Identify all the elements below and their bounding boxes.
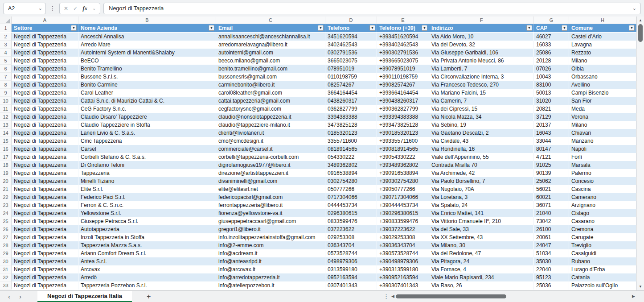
- cell[interactable]: Negozi di Tappezzeria: [12, 89, 78, 97]
- cell[interactable]: Negozi di Tappezzeria: [12, 33, 78, 41]
- cell[interactable]: Via dei Cipressi, 15: [429, 105, 534, 113]
- row-header[interactable]: 3: [0, 41, 12, 49]
- cell[interactable]: Viale dell’Appennino, 55: [429, 153, 534, 161]
- row-header[interactable]: 2: [0, 33, 12, 41]
- cell[interactable]: Arredo Mare: [78, 41, 216, 49]
- row-header[interactable]: 4: [0, 49, 12, 57]
- cell[interactable]: Negozi di Tappezzeria: [12, 57, 78, 65]
- cell[interactable]: info@atelierpozzebon.it: [216, 281, 325, 290]
- cell[interactable]: 16033: [534, 41, 569, 49]
- filter-dropdown-icon[interactable]: ▼: [526, 25, 532, 31]
- cell[interactable]: Negozi di Tappezzeria: [12, 129, 78, 137]
- cell[interactable]: Casalguidi: [569, 249, 636, 257]
- cell[interactable]: Negozi di Tappezzeria: [12, 193, 78, 201]
- row-header[interactable]: 5: [0, 57, 12, 65]
- vertical-scrollbar-thumb[interactable]: [638, 24, 643, 42]
- cell[interactable]: Negozi di Tappezzeria: [12, 225, 78, 233]
- row-header[interactable]: 28: [0, 241, 12, 249]
- sheet-tab-active[interactable]: Negozi di Tappezzeria Italia: [37, 291, 132, 302]
- cell[interactable]: 0307401343: [325, 281, 377, 290]
- column-header-letter[interactable]: G: [534, 17, 569, 24]
- cell[interactable]: Di Girolamo Teloni: [78, 161, 216, 169]
- column-header-letter[interactable]: H: [569, 17, 636, 24]
- cell[interactable]: +390717304066: [377, 193, 429, 201]
- cell[interactable]: +393664164454: [377, 89, 429, 97]
- cell[interactable]: +393355711600: [377, 137, 429, 145]
- cell[interactable]: Via Sebino, 19: [429, 121, 534, 129]
- cancel-icon[interactable]: ✕: [64, 5, 68, 12]
- cell[interactable]: claudio@tappezziere-milano.it: [216, 121, 325, 129]
- cell[interactable]: +393402462543: [377, 41, 429, 49]
- cell[interactable]: Via Mariano Falcini, 15: [429, 89, 534, 97]
- cell[interactable]: Avellino: [569, 81, 636, 89]
- cell[interactable]: Palazzolo sull’Oglio: [569, 281, 636, 290]
- row-header[interactable]: 24: [0, 209, 12, 217]
- cell[interactable]: 050777266: [325, 185, 377, 193]
- cell[interactable]: Lurago d’Erba: [569, 265, 636, 273]
- cell[interactable]: Negozi di Tappezzeria: [12, 81, 78, 89]
- cell[interactable]: 20821: [534, 105, 569, 113]
- cell[interactable]: Via Enrico Mattei, 141: [429, 209, 534, 217]
- cell[interactable]: Via Nugolaio, 70A: [429, 185, 534, 193]
- cell[interactable]: Castel d’Ario: [569, 33, 636, 41]
- cell[interactable]: 25036: [534, 281, 569, 290]
- cell[interactable]: Viale Mario Rapisardi, 234: [429, 273, 534, 281]
- cell[interactable]: Corbelli Stefano & C. S.a.s.: [78, 153, 216, 161]
- row-header[interactable]: 6: [0, 65, 12, 73]
- cell[interactable]: +390110198759: [377, 73, 429, 81]
- filter-dropdown-icon[interactable]: ▼: [422, 25, 427, 31]
- sheet-list-kebab-icon[interactable]: ⋮: [383, 293, 389, 300]
- cell[interactable]: 0717304066: [325, 193, 377, 201]
- cell[interactable]: 0110198759: [325, 73, 377, 81]
- cell[interactable]: +39050777266: [377, 185, 429, 193]
- cell[interactable]: Tappezzeria: [78, 169, 216, 177]
- column-header[interactable]: Nome Azienda▼: [78, 24, 216, 32]
- formula-input[interactable]: Negozi di Tappezzeria ⌄: [103, 3, 641, 14]
- cell[interactable]: annalisaanceschi@anceschiannalisa.it: [216, 33, 325, 41]
- cell[interactable]: +39036343704: [377, 241, 429, 249]
- cell[interactable]: +39078951019: [377, 65, 429, 73]
- cell[interactable]: Via XX Settembre, 43: [429, 233, 534, 241]
- cell[interactable]: Negozi di Tappezzeria: [12, 169, 78, 177]
- cell[interactable]: Cislago: [569, 209, 636, 217]
- cell[interactable]: 0362827799: [325, 105, 377, 113]
- cell[interactable]: federicopacisrl@gmail.com: [216, 193, 325, 201]
- cell[interactable]: Inzoli Tappezzeria in Stoffa: [78, 233, 216, 241]
- cell[interactable]: +393394383388: [377, 113, 429, 121]
- cell[interactable]: Via Milano, 30: [429, 241, 534, 249]
- cell[interactable]: 3473825128: [325, 121, 377, 129]
- cell[interactable]: Via Gaetano Descalzi, 2: [429, 129, 534, 137]
- cell[interactable]: 0438260317: [325, 97, 377, 105]
- column-header[interactable]: Comune▼: [569, 24, 636, 32]
- cell[interactable]: +390185320123: [377, 129, 429, 137]
- cell[interactable]: Via Fornace, 4: [429, 265, 534, 273]
- cell[interactable]: 73042: [534, 217, 569, 225]
- cell[interactable]: Giuseppe Petracca S.r.l.: [78, 217, 216, 225]
- cell[interactable]: Cascina: [569, 185, 636, 193]
- cell[interactable]: Camerano: [569, 193, 636, 201]
- cell[interactable]: carminebonito@libero.it: [216, 81, 325, 89]
- cell[interactable]: Via Francesco Tedesco, 270: [429, 81, 534, 89]
- horizontal-scrollbar-thumb[interactable]: [396, 294, 506, 298]
- cell[interactable]: +390302754280: [377, 177, 429, 185]
- column-header[interactable]: Settore▼: [12, 24, 78, 32]
- column-header[interactable]: Telefono▼: [325, 24, 377, 32]
- cell[interactable]: Verona: [569, 113, 636, 121]
- cell[interactable]: Via Circonvallazione Interna, 3: [429, 73, 534, 81]
- cell[interactable]: commerciale@carsel.it: [216, 145, 325, 153]
- cell[interactable]: 037223622: [325, 225, 377, 233]
- row-header[interactable]: 22: [0, 193, 12, 201]
- cell[interactable]: Negozi di Tappezzeria: [12, 249, 78, 257]
- previous-sheet-icon[interactable]: ‹: [4, 293, 15, 300]
- cell[interactable]: beeco.milano@gmail.com: [216, 57, 325, 65]
- cell[interactable]: +39082574267: [377, 81, 429, 89]
- cell[interactable]: Claudio Tappezziere in Stoffa: [78, 121, 216, 129]
- scroll-right-icon[interactable]: ▶: [632, 294, 635, 298]
- column-header-letter[interactable]: B: [78, 17, 216, 24]
- cell[interactable]: Via Pitagora, 24: [429, 257, 534, 265]
- cell[interactable]: 91025: [534, 161, 569, 169]
- confirm-icon[interactable]: ✓: [73, 5, 78, 12]
- scroll-down-icon[interactable]: ▼: [637, 285, 644, 289]
- cell[interactable]: Carol Leather: [78, 89, 216, 97]
- cell[interactable]: Negozi di Tappezzeria: [12, 201, 78, 209]
